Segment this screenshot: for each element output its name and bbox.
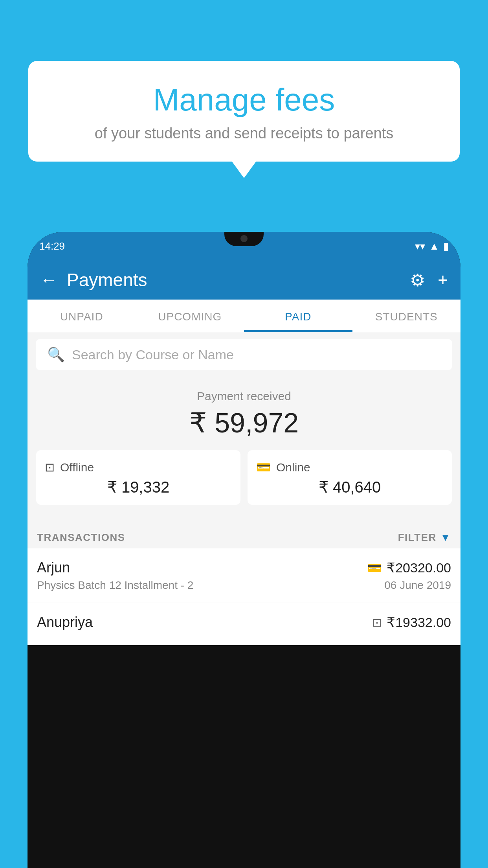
payment-received-label: Payment received xyxy=(28,390,460,403)
status-icons: ▾▾ ▲ ▮ xyxy=(415,240,449,252)
transaction-type-icon: ⊡ xyxy=(372,616,382,629)
back-button[interactable]: ← xyxy=(40,270,57,290)
camera-dot xyxy=(240,235,248,242)
tab-students[interactable]: STUDENTS xyxy=(352,300,461,332)
header-left: ← Payments xyxy=(40,269,147,291)
tab-unpaid[interactable]: UNPAID xyxy=(28,300,136,332)
offline-amount: ₹ 19,332 xyxy=(45,478,232,496)
header-right: ⚙ + xyxy=(410,270,448,290)
signal-icon: ▲ xyxy=(429,240,439,252)
status-bar: 14:29 ▾▾ ▲ ▮ xyxy=(28,232,460,260)
transactions-label: TRANSACTIONS xyxy=(37,531,125,544)
online-payment-card: 💳 Online ₹ 40,640 xyxy=(248,450,452,505)
speech-bubble: Manage fees of your students and send re… xyxy=(28,61,460,162)
settings-icon[interactable]: ⚙ xyxy=(410,270,425,290)
offline-label: Offline xyxy=(60,461,94,474)
transaction-row[interactable]: Arjun 💳 ₹20320.00 Physics Batch 12 Insta… xyxy=(28,548,460,603)
payment-received-amount: ₹ 59,972 xyxy=(28,407,460,439)
tab-upcoming[interactable]: UPCOMING xyxy=(136,300,244,332)
payment-received-section: Payment received ₹ 59,972 ⊡ Offline ₹ 19… xyxy=(28,377,460,524)
online-icon: 💳 xyxy=(256,460,271,474)
transaction-row[interactable]: Anupriya ⊡ ₹19332.00 xyxy=(28,603,460,645)
transaction-amount-row: ⊡ ₹19332.00 xyxy=(372,614,451,630)
transactions-header: TRANSACTIONS FILTER ▼ xyxy=(28,524,460,548)
transaction-name: Arjun xyxy=(37,559,70,576)
page-title: Payments xyxy=(67,269,147,291)
online-label: Online xyxy=(276,461,310,474)
app-header: ← Payments ⚙ + xyxy=(28,260,460,300)
status-time: 14:29 xyxy=(39,240,65,252)
tab-bar: UNPAID UPCOMING PAID STUDENTS xyxy=(28,300,460,332)
transaction-name: Anupriya xyxy=(37,614,93,631)
battery-icon: ▮ xyxy=(443,240,449,252)
phone-frame: 14:29 ▾▾ ▲ ▮ ← Payments ⚙ + UNPAID UPCOM… xyxy=(28,232,460,868)
transaction-amount: ₹20320.00 xyxy=(387,560,451,576)
offline-icon: ⊡ xyxy=(45,460,55,474)
tab-paid[interactable]: PAID xyxy=(244,300,352,332)
search-icon: 🔍 xyxy=(47,346,65,363)
transaction-amount-row: 💳 ₹20320.00 xyxy=(367,560,451,576)
transaction-course: Physics Batch 12 Installment - 2 xyxy=(37,579,193,592)
online-amount: ₹ 40,640 xyxy=(256,478,443,496)
transaction-amount: ₹19332.00 xyxy=(387,614,451,630)
filter-button[interactable]: FILTER ▼ xyxy=(398,531,451,544)
add-button[interactable]: + xyxy=(438,270,448,290)
search-bar[interactable]: 🔍 Search by Course or Name xyxy=(36,339,452,370)
wifi-icon: ▾▾ xyxy=(415,240,425,252)
notch xyxy=(224,232,264,246)
filter-icon: ▼ xyxy=(440,531,451,544)
speech-bubble-title: Manage fees xyxy=(48,83,440,117)
search-input[interactable]: Search by Course or Name xyxy=(72,347,234,362)
transaction-type-icon: 💳 xyxy=(367,561,382,575)
transaction-date: 06 June 2019 xyxy=(384,579,451,592)
payment-cards-row: ⊡ Offline ₹ 19,332 💳 Online ₹ 40,640 xyxy=(28,450,460,513)
search-bar-container: 🔍 Search by Course or Name xyxy=(28,332,460,377)
speech-bubble-subtitle: of your students and send receipts to pa… xyxy=(48,125,440,142)
offline-payment-card: ⊡ Offline ₹ 19,332 xyxy=(36,450,240,505)
